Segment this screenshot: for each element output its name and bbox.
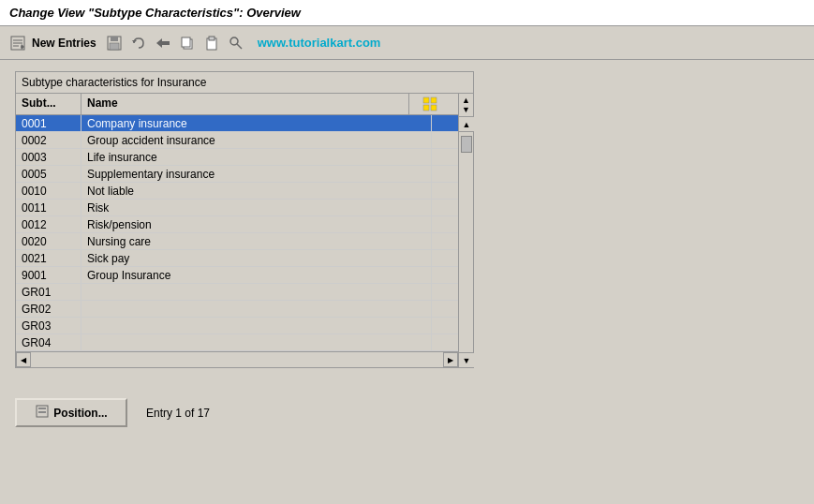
hscroll-left-btn[interactable]: ◀ [16, 352, 31, 367]
svg-rect-7 [110, 43, 119, 50]
new-entries-label[interactable]: New Entries [32, 37, 96, 50]
cell-name: Group accident insurance [81, 132, 432, 148]
table-inner: Subt... Name 0001Com [16, 94, 458, 367]
table-row[interactable]: 0002Group accident insurance [16, 132, 458, 149]
cell-name: Life insurance [81, 149, 432, 165]
svg-rect-20 [431, 105, 437, 111]
table-row[interactable]: GR01 [16, 284, 458, 301]
header-subt: Subt... [16, 94, 81, 114]
table-row[interactable]: GR02 [16, 301, 458, 318]
table-row[interactable]: 0021Sick pay [16, 250, 458, 267]
cell-name: Sick pay [81, 250, 432, 266]
cell-name: Company insurance [81, 115, 432, 131]
vscroll-up-btn[interactable]: ▲ [459, 117, 474, 132]
svg-rect-23 [38, 411, 46, 413]
vscroll-track [459, 132, 473, 352]
svg-rect-12 [182, 37, 190, 47]
cell-subt: 0021 [16, 250, 81, 266]
vscroll-header-area: ▲ ▼ [459, 94, 473, 117]
cell-name [81, 301, 432, 317]
cell-subt: 0002 [16, 132, 81, 148]
table-row[interactable]: GR04 [16, 334, 458, 351]
cell-subt: 0011 [16, 200, 81, 215]
grid-icon [422, 96, 437, 111]
cell-subt: 0020 [16, 233, 81, 249]
table-row[interactable]: 0010Not liable [16, 183, 458, 200]
toolbar: New Entries [0, 26, 814, 60]
header-name: Name [81, 94, 409, 114]
cell-subt: 0012 [16, 216, 81, 232]
svg-line-16 [237, 44, 242, 49]
cell-name [81, 318, 432, 334]
cell-name: Group Insurance [81, 267, 432, 283]
cell-subt: GR03 [16, 318, 81, 334]
svg-rect-17 [423, 97, 429, 103]
cell-subt: 0003 [16, 149, 81, 165]
back-icon[interactable] [153, 33, 173, 53]
hscroll-right-btn[interactable]: ▶ [443, 352, 458, 367]
svg-rect-10 [162, 41, 170, 45]
footer-area: Position... Entry 1 of 17 [0, 379, 814, 446]
table-title: Subtype characteristics for Insurance [16, 72, 473, 94]
new-entries-icon[interactable] [7, 33, 28, 53]
table-row[interactable]: 0020Nursing care [16, 233, 458, 250]
svg-rect-14 [209, 37, 215, 40]
cell-subt: GR01 [16, 284, 81, 300]
table-row[interactable]: 0011Risk [16, 200, 458, 216]
cell-name: Risk/pension [81, 216, 432, 232]
svg-rect-18 [431, 97, 437, 103]
cell-subt: 9001 [16, 267, 81, 283]
vscroll-down-btn[interactable]: ▼ [459, 352, 474, 367]
cell-subt: 0001 [16, 115, 81, 131]
table-outer: Subt... Name 0001Com [16, 94, 473, 367]
paste-icon[interactable] [201, 33, 222, 53]
cell-name: Risk [81, 200, 432, 215]
cell-subt: GR02 [16, 301, 81, 317]
copy-icon[interactable] [177, 33, 198, 53]
horizontal-scrollbar[interactable]: ◀ ▶ [16, 351, 458, 367]
cell-name [81, 334, 432, 350]
svg-marker-9 [156, 38, 162, 48]
table-row[interactable]: 0012Risk/pension [16, 216, 458, 233]
svg-rect-19 [423, 105, 429, 111]
cell-name [81, 284, 432, 300]
table-row[interactable]: 0001Company insurance [16, 115, 458, 132]
save-icon[interactable] [104, 33, 125, 53]
table-header: Subt... Name [16, 94, 458, 115]
entry-info: Entry 1 of 17 [146, 407, 210, 420]
cell-name: Nursing care [81, 233, 432, 249]
undo-icon[interactable] [128, 33, 149, 53]
svg-point-15 [230, 37, 238, 45]
table-container: Subtype characteristics for Insurance Su… [15, 71, 474, 368]
vscroll-down-header-btn[interactable]: ▼ [462, 105, 470, 114]
cell-name: Supplementary insurance [81, 166, 432, 182]
page-title: Change View "Subtype Characteristics": O… [9, 6, 301, 20]
table-body: 0001Company insurance0002Group accident … [16, 115, 458, 351]
position-btn-label: Position... [53, 407, 107, 420]
watermark: www.tutorialkart.com [258, 36, 381, 50]
cell-subt: 0005 [16, 166, 81, 182]
vertical-scrollbar[interactable]: ▲ ▼ ▲ ▼ [458, 94, 473, 367]
table-row[interactable]: GR03 [16, 318, 458, 334]
position-button[interactable]: Position... [15, 398, 127, 427]
hscroll-track [31, 352, 443, 367]
header-grid-icon[interactable] [409, 94, 451, 114]
title-bar: Change View "Subtype Characteristics": O… [0, 0, 814, 26]
main-content: Subtype characteristics for Insurance Su… [0, 60, 814, 379]
position-btn-icon [35, 404, 50, 422]
table-row[interactable]: 0003Life insurance [16, 149, 458, 166]
cell-name: Not liable [81, 183, 432, 199]
table-row[interactable]: 9001Group Insurance [16, 267, 458, 284]
cell-subt: GR04 [16, 334, 81, 350]
find-icon[interactable] [226, 33, 246, 53]
svg-rect-6 [111, 37, 118, 41]
cell-subt: 0010 [16, 183, 81, 199]
vscroll-up-header-btn[interactable]: ▲ [462, 96, 470, 105]
table-row[interactable]: 0005Supplementary insurance [16, 166, 458, 183]
vscroll-thumb[interactable] [461, 136, 472, 153]
svg-rect-22 [38, 408, 46, 409]
